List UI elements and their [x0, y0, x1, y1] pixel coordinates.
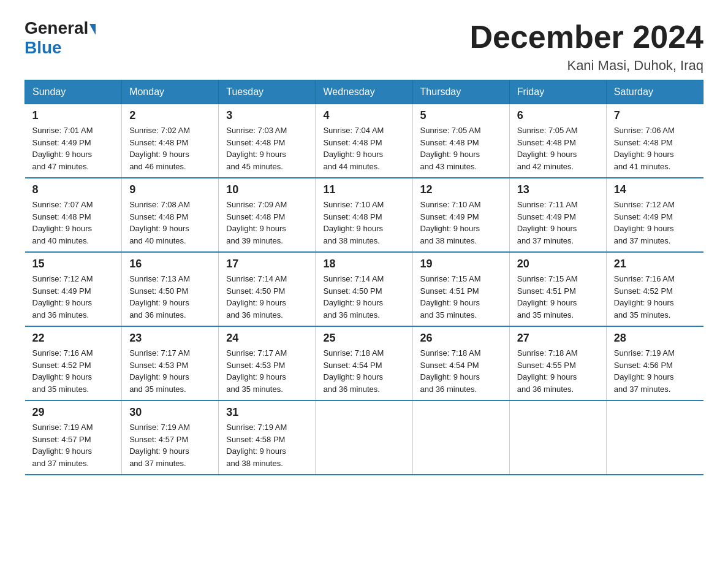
- logo: General Blue: [25, 18, 97, 58]
- day-info: Sunrise: 7:04 AM Sunset: 4:48 PM Dayligh…: [323, 124, 404, 172]
- logo-blue-text: Blue: [25, 38, 62, 57]
- sunrise-label: Sunrise: 7:05 AM: [517, 126, 578, 135]
- daylight-label: Daylight: 9 hours: [129, 224, 189, 233]
- calendar-day-cell: 19 Sunrise: 7:15 AM Sunset: 4:51 PM Dayl…: [412, 252, 509, 326]
- sunrise-label: Sunrise: 7:16 AM: [614, 274, 675, 283]
- day-info: Sunrise: 7:03 AM Sunset: 4:48 PM Dayligh…: [226, 124, 308, 172]
- day-number: 9: [129, 183, 211, 196]
- daylight-minutes: and 37 minutes.: [129, 459, 186, 468]
- sunrise-label: Sunrise: 7:19 AM: [32, 423, 93, 432]
- daylight-minutes: and 36 minutes.: [32, 310, 89, 320]
- calendar-day-cell: 29 Sunrise: 7:19 AM Sunset: 4:57 PM Dayl…: [25, 400, 122, 475]
- day-number: 21: [614, 258, 696, 270]
- daylight-minutes: and 43 minutes.: [420, 162, 477, 171]
- daylight-label: Daylight: 9 hours: [32, 372, 93, 381]
- calendar-table: SundayMondayTuesdayWednesdayThursdayFrid…: [25, 80, 703, 475]
- day-number: 15: [32, 258, 115, 270]
- sunrise-label: Sunrise: 7:17 AM: [129, 348, 190, 358]
- day-info: Sunrise: 7:11 AM Sunset: 4:49 PM Dayligh…: [517, 199, 599, 247]
- title-area: December 2024 Kani Masi, Duhok, Iraq: [469, 18, 703, 74]
- sunrise-label: Sunrise: 7:15 AM: [420, 274, 481, 283]
- sunset-label: Sunset: 4:49 PM: [420, 212, 479, 221]
- sunrise-label: Sunrise: 7:01 AM: [32, 126, 93, 135]
- daylight-label: Daylight: 9 hours: [323, 224, 383, 233]
- sunrise-label: Sunrise: 7:18 AM: [323, 348, 384, 358]
- daylight-minutes: and 47 minutes.: [32, 162, 89, 171]
- daylight-minutes: and 45 minutes.: [226, 162, 283, 171]
- day-number: 10: [226, 183, 308, 196]
- daylight-label: Daylight: 9 hours: [517, 298, 577, 307]
- sunrise-label: Sunrise: 7:10 AM: [420, 200, 481, 209]
- sunset-label: Sunset: 4:57 PM: [129, 435, 188, 444]
- calendar-day-cell: 13 Sunrise: 7:11 AM Sunset: 4:49 PM Dayl…: [509, 178, 606, 252]
- day-number: 16: [129, 258, 211, 270]
- day-info: Sunrise: 7:18 AM Sunset: 4:54 PM Dayligh…: [420, 347, 502, 395]
- day-number: 11: [323, 183, 404, 196]
- day-number: 7: [614, 109, 696, 122]
- daylight-minutes: and 38 minutes.: [226, 459, 283, 468]
- daylight-minutes: and 35 minutes.: [420, 310, 477, 320]
- sunrise-label: Sunrise: 7:07 AM: [32, 200, 93, 209]
- calendar-day-cell: 10 Sunrise: 7:09 AM Sunset: 4:48 PM Dayl…: [219, 178, 316, 252]
- sunrise-label: Sunrise: 7:15 AM: [517, 274, 578, 283]
- calendar-day-cell: [509, 400, 606, 475]
- calendar-day-cell: 3 Sunrise: 7:03 AM Sunset: 4:48 PM Dayli…: [219, 104, 316, 178]
- daylight-label: Daylight: 9 hours: [420, 298, 480, 307]
- day-info: Sunrise: 7:02 AM Sunset: 4:48 PM Dayligh…: [129, 124, 211, 172]
- calendar-day-cell: 12 Sunrise: 7:10 AM Sunset: 4:49 PM Dayl…: [412, 178, 509, 252]
- calendar-day-cell: 14 Sunrise: 7:12 AM Sunset: 4:49 PM Dayl…: [606, 178, 703, 252]
- sunset-label: Sunset: 4:53 PM: [226, 361, 285, 370]
- sunset-label: Sunset: 4:50 PM: [226, 286, 285, 296]
- day-info: Sunrise: 7:06 AM Sunset: 4:48 PM Dayligh…: [614, 124, 696, 172]
- day-number: 23: [129, 332, 211, 345]
- sunrise-label: Sunrise: 7:06 AM: [614, 126, 675, 135]
- day-info: Sunrise: 7:15 AM Sunset: 4:51 PM Dayligh…: [517, 273, 599, 321]
- day-info: Sunrise: 7:10 AM Sunset: 4:49 PM Dayligh…: [420, 199, 502, 247]
- daylight-minutes: and 35 minutes.: [614, 310, 671, 320]
- weekday-header: Saturday: [606, 80, 703, 104]
- sunrise-label: Sunrise: 7:16 AM: [32, 348, 93, 358]
- day-number: 18: [323, 258, 404, 270]
- sunset-label: Sunset: 4:48 PM: [323, 212, 382, 221]
- day-info: Sunrise: 7:07 AM Sunset: 4:48 PM Dayligh…: [32, 199, 115, 247]
- day-info: Sunrise: 7:08 AM Sunset: 4:48 PM Dayligh…: [129, 199, 211, 247]
- daylight-label: Daylight: 9 hours: [323, 372, 383, 381]
- calendar-day-cell: 4 Sunrise: 7:04 AM Sunset: 4:48 PM Dayli…: [316, 104, 412, 178]
- daylight-label: Daylight: 9 hours: [226, 372, 286, 381]
- sunset-label: Sunset: 4:56 PM: [614, 361, 673, 370]
- sunset-label: Sunset: 4:48 PM: [129, 212, 188, 221]
- day-number: 2: [129, 109, 211, 122]
- sunrise-label: Sunrise: 7:05 AM: [420, 126, 481, 135]
- daylight-label: Daylight: 9 hours: [32, 224, 93, 233]
- day-info: Sunrise: 7:19 AM Sunset: 4:57 PM Dayligh…: [32, 421, 115, 469]
- daylight-minutes: and 38 minutes.: [420, 236, 477, 245]
- sunset-label: Sunset: 4:53 PM: [129, 361, 188, 370]
- day-info: Sunrise: 7:05 AM Sunset: 4:48 PM Dayligh…: [420, 124, 502, 172]
- day-number: 17: [226, 258, 308, 270]
- sunrise-label: Sunrise: 7:18 AM: [420, 348, 481, 358]
- sunset-label: Sunset: 4:48 PM: [517, 138, 576, 147]
- day-info: Sunrise: 7:10 AM Sunset: 4:48 PM Dayligh…: [323, 199, 404, 247]
- weekday-header: Tuesday: [219, 80, 316, 104]
- calendar-day-cell: 11 Sunrise: 7:10 AM Sunset: 4:48 PM Dayl…: [316, 178, 412, 252]
- daylight-minutes: and 37 minutes.: [517, 236, 574, 245]
- day-info: Sunrise: 7:17 AM Sunset: 4:53 PM Dayligh…: [226, 347, 308, 395]
- day-number: 1: [32, 109, 115, 122]
- weekday-header: Wednesday: [316, 80, 412, 104]
- day-number: 19: [420, 258, 502, 270]
- calendar-day-cell: 24 Sunrise: 7:17 AM Sunset: 4:53 PM Dayl…: [219, 326, 316, 400]
- daylight-label: Daylight: 9 hours: [226, 446, 286, 456]
- day-info: Sunrise: 7:12 AM Sunset: 4:49 PM Dayligh…: [614, 199, 696, 247]
- daylight-label: Daylight: 9 hours: [614, 372, 674, 381]
- weekday-header: Monday: [122, 80, 219, 104]
- weekday-header: Friday: [509, 80, 606, 104]
- daylight-minutes: and 41 minutes.: [614, 162, 671, 171]
- sunrise-label: Sunrise: 7:19 AM: [129, 423, 190, 432]
- daylight-minutes: and 35 minutes.: [226, 385, 283, 394]
- calendar-header-row: SundayMondayTuesdayWednesdayThursdayFrid…: [25, 80, 703, 104]
- day-number: 24: [226, 332, 308, 345]
- sunset-label: Sunset: 4:55 PM: [517, 361, 576, 370]
- sunset-label: Sunset: 4:49 PM: [614, 212, 673, 221]
- daylight-minutes: and 36 minutes.: [226, 310, 283, 320]
- logo-triangle-icon: [89, 24, 96, 35]
